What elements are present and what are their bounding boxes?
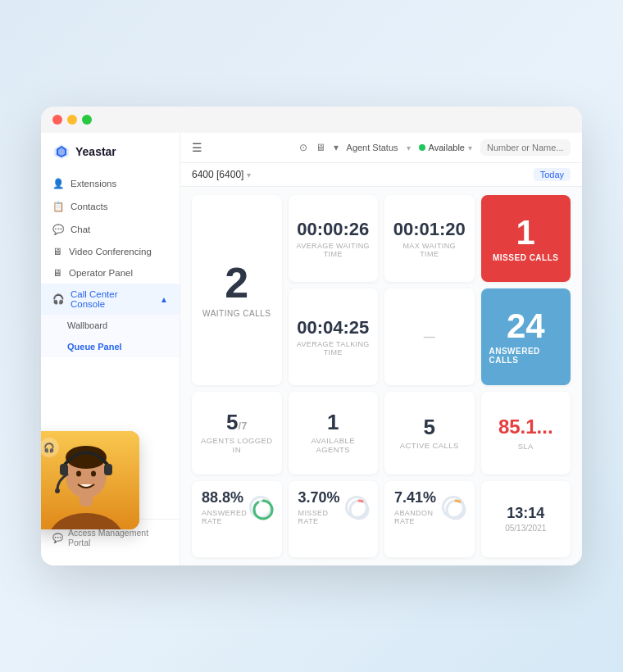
missed-rate-value: 3.70%: [298, 489, 346, 506]
dashboard-grid: 2 WAITING CALLS 00:00:26 AVERAGE WAITING…: [180, 187, 582, 565]
browser-window: Yeastar 👤 Extensions 📋 Contacts 💬 Chat 🖥…: [41, 107, 582, 565]
chat-icon: 💬: [52, 224, 64, 235]
answered-calls-card: 24 ANSWERED CALLS: [481, 288, 571, 384]
monitor-icon[interactable]: 🖥: [316, 142, 325, 153]
sidebar-logo: Yeastar: [41, 143, 180, 172]
avg-waiting-label: AVERAGE WAITING TIME: [297, 242, 371, 258]
waiting-calls-label: WAITING CALLS: [202, 309, 271, 318]
avg-talking-card: 00:04:25 AVERAGE TALKING TIME: [289, 288, 379, 384]
headset-icon: 🎧: [43, 443, 55, 453]
extension-selector[interactable]: 6400 [6400] ▾: [192, 169, 251, 180]
contacts-label: Contacts: [70, 202, 107, 211]
available-chevron: ▾: [468, 143, 472, 152]
sidebar-submenu: Wallboard Queue Panel: [41, 315, 180, 357]
missed-calls-card: 1 MISSED CALLS: [481, 195, 571, 282]
sidebar-item-extensions[interactable]: 👤 Extensions: [41, 172, 180, 195]
dot-green[interactable]: [82, 115, 92, 125]
missed-rate-card: 3.70% MISSED RATE: [289, 481, 379, 557]
answered-rate-value: 88.8%: [202, 489, 249, 506]
dropdown-icon[interactable]: ▾: [334, 142, 339, 153]
subbar: 6400 [6400] ▾ Today: [180, 163, 582, 187]
active-calls-number: 5: [424, 416, 435, 438]
agent-status-label[interactable]: Agent Status: [347, 143, 398, 152]
access-portal-label: Access Management Portal: [68, 528, 168, 547]
missed-calls-number: 1: [516, 216, 535, 250]
missed-rate-label: MISSED RATE: [298, 509, 346, 525]
sidebar-item-queue[interactable]: Queue Panel: [41, 336, 180, 357]
contacts-icon: 📋: [52, 201, 64, 212]
abandon-rate-circle: [442, 496, 465, 519]
dropdown-arrow-icon: ▾: [407, 143, 411, 152]
sla-label: SLA: [518, 442, 534, 451]
active-calls-label: ACTIVE CALLS: [400, 441, 459, 450]
callcenter-label: Call Center Console: [70, 289, 153, 309]
queue-label: Queue Panel: [67, 342, 122, 352]
answered-calls-number: 24: [507, 309, 545, 343]
help-icon[interactable]: ⊙: [299, 142, 307, 153]
video-icon: 🖥: [52, 247, 62, 257]
access-portal-icon: 💬: [52, 533, 63, 543]
sla-card: 85.1... SLA: [481, 392, 571, 474]
svg-point-17: [447, 501, 465, 519]
extensions-icon: 👤: [52, 178, 64, 189]
sidebar-item-callcenter[interactable]: 🎧 Call Center Console ▲: [41, 284, 180, 315]
search-input[interactable]: [480, 139, 571, 156]
abandon-rate-label: ABANDON RATE: [394, 509, 442, 525]
svg-point-12: [55, 488, 60, 493]
wallboard-label: Wallboard: [67, 320, 107, 330]
sidebar-item-contacts[interactable]: 📋 Contacts: [41, 195, 180, 218]
sidebar-item-video[interactable]: 🖥 Video Conferencing: [41, 241, 180, 262]
operator-icon: 🖥: [52, 268, 62, 278]
topbar: ☰ ⊙ 🖥 ▾ Agent Status ▾ Available ▾: [180, 133, 582, 163]
sidebar-item-operator[interactable]: 🖥 Operator Panel: [41, 262, 180, 284]
status-badge[interactable]: Available ▾: [419, 143, 472, 152]
available-label: Available: [429, 143, 465, 152]
answered-rate-card: 88.8% ANSWERED RATE: [192, 481, 282, 557]
today-badge: Today: [534, 168, 571, 181]
sla-number: 85.1...: [498, 415, 553, 438]
active-calls-card: 5 ACTIVE CALLS: [384, 392, 475, 474]
sidebar-item-chat[interactable]: 💬 Chat: [41, 218, 180, 241]
svg-point-14: [254, 501, 272, 519]
max-waiting-label: MAX WAITING TIME: [393, 242, 466, 258]
answered-rate-label: ANSWERED RATE: [202, 509, 249, 525]
sidebar: Yeastar 👤 Extensions 📋 Contacts 💬 Chat 🖥…: [41, 133, 180, 565]
answered-calls-label: ANSWERED CALLS: [489, 347, 563, 365]
agents-logged-number: 5 /7: [226, 411, 247, 433]
dot-red[interactable]: [52, 115, 62, 125]
extension-label: 6400 [6400]: [192, 169, 243, 180]
time-placeholder-value: —: [424, 330, 435, 343]
available-agents-card: 1 AVAILABLE AGENTS: [289, 392, 379, 474]
available-dot: [419, 144, 425, 151]
answered-rate-circle: [249, 496, 272, 519]
operator-label: Operator Panel: [69, 268, 133, 278]
svg-point-15: [350, 501, 368, 519]
svg-point-8: [76, 471, 81, 477]
waiting-calls-number: 2: [225, 261, 248, 304]
agents-logged-card: 5 /7 AGENTS LOGGED IN: [192, 392, 282, 474]
logo-text: Yeastar: [75, 145, 116, 158]
sidebar-item-wallboard[interactable]: Wallboard: [41, 315, 180, 336]
missed-rate-circle: [345, 496, 368, 519]
extension-chevron: ▾: [247, 170, 251, 179]
dot-yellow[interactable]: [67, 115, 77, 125]
avg-talking-value: 00:04:25: [297, 317, 369, 338]
agents-logged-label: AGENTS LOGGED IN: [200, 436, 274, 454]
waiting-calls-card: 2 WAITING CALLS: [192, 195, 282, 385]
svg-rect-11: [104, 464, 112, 475]
current-date: 05/13/2021: [505, 524, 546, 533]
main-content: ☰ ⊙ 🖥 ▾ Agent Status ▾ Available ▾: [180, 133, 582, 565]
agent-avatar: 🎧: [41, 431, 139, 529]
missed-calls-label: MISSED CALLS: [493, 253, 558, 262]
datetime-card: 13:14 05/13/2021: [481, 481, 571, 557]
callcenter-icon: 🎧: [52, 293, 64, 305]
avg-waiting-card: 00:00:26 AVERAGE WAITING TIME: [289, 195, 379, 282]
chat-label: Chat: [70, 225, 90, 234]
available-agents-label: AVAILABLE AGENTS: [297, 436, 371, 454]
time-card-placeholder: —: [384, 288, 475, 384]
callcenter-chevron: ▲: [160, 295, 168, 304]
extensions-label: Extensions: [70, 179, 116, 188]
topbar-right: ⊙ 🖥 ▾ Agent Status ▾ Available ▾: [299, 139, 571, 156]
topbar-left: ☰: [192, 141, 202, 154]
menu-icon[interactable]: ☰: [192, 141, 202, 154]
